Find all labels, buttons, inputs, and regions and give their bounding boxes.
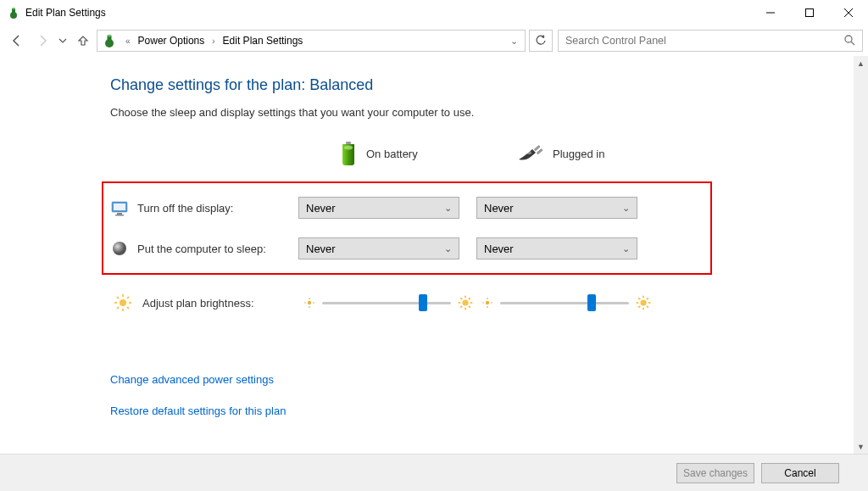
search-box[interactable]	[558, 30, 863, 52]
svg-line-29	[127, 297, 129, 299]
svg-point-13	[344, 146, 353, 150]
forward-button[interactable]	[31, 29, 54, 53]
svg-line-58	[638, 306, 640, 308]
navbar: « Power Options › Edit Plan Settings ⌄	[0, 25, 868, 56]
column-header-battery: On battery	[339, 141, 509, 166]
sun-bright-icon	[458, 295, 473, 310]
setting-label: Turn off the display:	[137, 202, 298, 215]
display-battery-combo[interactable]: Never ⌄	[298, 197, 459, 219]
svg-point-2	[12, 8, 15, 9]
svg-line-41	[460, 298, 462, 299]
chevron-down-icon: ⌄	[622, 203, 630, 214]
battery-icon	[339, 141, 358, 166]
setting-row-sleep: Put the computer to sleep: Never ⌄ Never…	[105, 237, 693, 259]
svg-point-22	[120, 299, 126, 306]
monitor-icon	[110, 198, 129, 217]
svg-line-55	[638, 298, 640, 299]
svg-point-0	[10, 12, 17, 19]
column-header-plugged: Plugged in	[517, 144, 687, 163]
scroll-up-arrow[interactable]: ▲	[854, 56, 868, 70]
scroll-down-arrow[interactable]: ▼	[854, 439, 868, 454]
setting-row-brightness: Adjust plan brightness:	[108, 293, 854, 312]
svg-point-21	[113, 242, 126, 255]
column-label: Plugged in	[553, 148, 604, 160]
power-options-icon	[7, 6, 20, 20]
advanced-settings-link[interactable]: Change advanced power settings	[110, 373, 854, 386]
svg-point-36	[462, 299, 468, 305]
slider-track[interactable]	[500, 302, 629, 304]
combo-value: Never	[306, 202, 336, 215]
svg-point-50	[640, 299, 646, 305]
breadcrumb-part[interactable]: Edit Plan Settings	[220, 33, 307, 48]
power-options-icon	[101, 32, 118, 49]
sun-dim-icon	[481, 297, 493, 309]
svg-rect-18	[114, 204, 125, 210]
svg-point-45	[486, 301, 489, 304]
setting-row-display: Turn off the display: Never ⌄ Never ⌄	[105, 197, 693, 219]
setting-label: Adjust plan brightness:	[142, 297, 303, 310]
slider-thumb[interactable]	[587, 294, 596, 311]
brightness-battery-slider	[303, 295, 473, 310]
svg-line-11	[851, 42, 854, 45]
svg-point-16	[526, 151, 531, 154]
svg-rect-4	[806, 9, 814, 17]
breadcrumb-part[interactable]: Power Options	[135, 33, 209, 48]
combo-value: Never	[306, 243, 336, 255]
close-button[interactable]	[829, 0, 868, 25]
svg-line-42	[469, 306, 470, 308]
combo-value: Never	[484, 243, 514, 255]
svg-line-30	[117, 307, 119, 309]
slider-thumb[interactable]	[419, 294, 427, 311]
search-icon[interactable]	[843, 34, 855, 48]
highlight-box: Turn off the display: Never ⌄ Never ⌄ Pu…	[102, 181, 712, 275]
moon-icon	[110, 239, 129, 258]
svg-point-10	[845, 36, 852, 42]
up-button[interactable]	[71, 29, 95, 53]
titlebar: Edit Plan Settings	[0, 0, 868, 25]
svg-point-9	[108, 35, 112, 36]
cancel-button[interactable]: Cancel	[761, 463, 839, 483]
svg-line-44	[460, 306, 462, 308]
page-heading: Change settings for the plan: Balanced	[110, 76, 854, 94]
back-button[interactable]	[5, 29, 29, 53]
restore-defaults-link[interactable]: Restore default settings for this plan	[110, 405, 854, 417]
refresh-button[interactable]	[529, 30, 553, 52]
column-label: On battery	[366, 148, 418, 160]
addressbar[interactable]: « Power Options › Edit Plan Settings ⌄	[97, 30, 526, 52]
breadcrumb-sep: «	[123, 36, 133, 46]
svg-line-28	[127, 307, 129, 309]
maximize-button[interactable]	[790, 0, 829, 25]
vertical-scrollbar[interactable]: ▲ ▼	[854, 56, 868, 454]
chevron-down-icon: ⌄	[622, 243, 630, 254]
svg-line-57	[647, 298, 648, 299]
svg-rect-19	[117, 213, 122, 215]
bottom-bar: Save changes Cancel	[0, 454, 868, 491]
page-subheading: Choose the sleep and display settings th…	[110, 106, 854, 119]
svg-point-31	[308, 301, 311, 304]
sun-dim-icon	[303, 297, 315, 309]
search-input[interactable]	[565, 35, 843, 47]
brightness-plugged-slider	[481, 295, 651, 310]
combo-value: Never	[484, 202, 514, 215]
svg-rect-12	[346, 142, 351, 144]
display-plugged-combo[interactable]: Never ⌄	[476, 197, 637, 219]
sun-icon	[114, 293, 132, 312]
sleep-battery-combo[interactable]: Never ⌄	[298, 237, 459, 259]
recent-dropdown[interactable]	[56, 29, 70, 53]
svg-line-56	[647, 306, 648, 308]
plug-icon	[517, 144, 544, 163]
slider-track[interactable]	[322, 302, 451, 304]
content-area: Change settings for the plan: Balanced C…	[0, 56, 854, 454]
minimize-button[interactable]	[751, 0, 790, 25]
setting-label: Put the computer to sleep:	[137, 243, 298, 255]
chevron-right-icon: ›	[209, 36, 217, 46]
chevron-down-icon: ⌄	[444, 243, 452, 254]
svg-line-27	[117, 297, 119, 299]
chevron-down-icon[interactable]: ⌄	[507, 36, 521, 47]
sun-bright-icon	[636, 295, 651, 310]
svg-rect-20	[115, 215, 124, 216]
save-changes-button[interactable]: Save changes	[676, 463, 754, 483]
svg-line-43	[469, 298, 470, 299]
sleep-plugged-combo[interactable]: Never ⌄	[476, 237, 637, 259]
window-title: Edit Plan Settings	[25, 7, 751, 19]
